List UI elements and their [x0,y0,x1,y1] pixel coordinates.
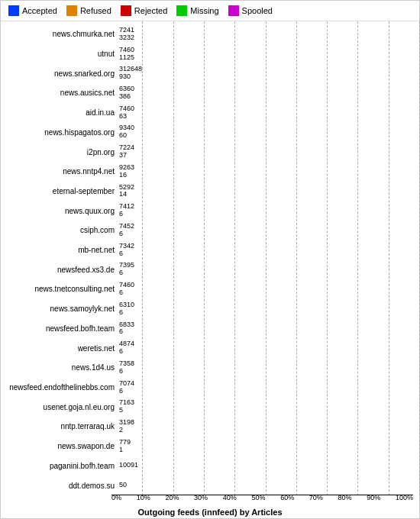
x-axis-label: 50% [251,494,265,506]
bar-area: 73426 [118,243,413,258]
row-label: paganini.bofh.team [7,462,118,470]
bar-numbers: 73586 [119,360,134,376]
chart-row: usenet.goja.nl.eu.org71635 [7,397,413,417]
row-label: news.tnetconsulting.net [7,285,118,293]
row-label: nntp.terraraq.uk [7,422,118,430]
x-axis-label: 90% [367,494,380,506]
bar-numbers: 74606 [119,282,134,297]
chart-row: nntp.terraraq.uk31982 [7,417,413,437]
row-label: newsfeed.endofthelinebbs.com [7,383,118,392]
bar-area: 50 [118,482,413,489]
rejected-label: Rejected [134,6,167,15]
bar-numbers: 50 [119,482,127,489]
bar-numbers: 926316 [119,164,134,179]
chart-row: news.nntp4.net926316 [7,162,413,182]
bar-numbers: 74126 [119,203,134,218]
row-label: eternal-september [7,187,118,195]
bar-wrapper: 722437 [118,144,413,160]
bar-wrapper: 48746 [118,340,413,356]
bar-wrapper: 72413232 [118,27,413,42]
chart-row: news.tnetconsulting.net74606 [7,279,413,299]
bar-numbers: 7791 [119,439,131,454]
x-axis: 0%10%20%30%40%50%60%70%80%90%100% [111,494,413,506]
bar-wrapper: 74601125 [118,47,413,62]
x-axis-label: 100% [396,494,413,506]
bar-wrapper: 746063 [118,105,413,121]
chart-row: i2pn.org722437 [7,142,413,162]
bar-wrapper: 73586 [118,360,413,376]
bar-numbers: 722437 [119,144,134,160]
bar-numbers: 10091 [119,462,138,469]
chart-row: aid.in.ua746063 [7,103,413,123]
bar-area: 926316 [118,164,413,179]
row-label: i2pn.org [7,148,118,156]
refused-label: Refused [80,6,111,15]
x-axis-label: 40% [223,494,237,506]
row-label: weretis.net [7,344,118,353]
x-axis-label: 80% [338,494,352,506]
bar-numbers: 6360386 [119,85,134,101]
bar-area: 63106 [118,301,413,317]
row-label: news.1d4.us [7,363,118,372]
bar-area: 74526 [118,223,413,238]
bar-wrapper: 74126 [118,203,413,218]
bar-area: 73956 [118,262,413,277]
spooled-color-swatch [228,5,239,16]
bar-area: 71635 [118,399,413,414]
bar-wrapper: 74606 [118,282,413,297]
bar-wrapper: 73956 [118,262,413,277]
x-axis-label: 20% [165,494,179,506]
chart-row: paganini.bofh.team10091 [7,456,413,475]
bar-area: 7791 [118,439,413,454]
bar-wrapper: 50 [118,482,413,489]
chart-row: weretis.net48746 [7,338,413,358]
row-label: usenet.goja.nl.eu.org [7,403,118,411]
chart-row: newsfeed.endofthelinebbs.com70746 [7,378,413,398]
bar-area: 74606 [118,282,413,297]
chart-area: news.chmurka.net72413232utnut74601125new… [1,21,419,518]
refused-color-swatch [66,5,77,16]
bar-area: 73586 [118,360,413,376]
legend-refused: Refused [66,5,111,16]
row-label: news.nntp4.net [7,167,118,176]
bar-area: 70746 [118,380,413,395]
chart-row: news.1d4.us73586 [7,358,413,378]
accepted-color-swatch [8,5,19,16]
row-label: news.chmurka.net [7,30,118,38]
bar-numbers: 312648930 [119,66,142,81]
row-label: news.swapon.de [7,442,118,450]
bar-wrapper: 71635 [118,399,413,414]
chart-row: eternal-september529214 [7,182,413,201]
bar-numbers: 31982 [119,419,134,434]
row-label: aid.in.ua [7,108,118,117]
bar-area: 6360386 [118,85,413,101]
chart-row: news.chmurka.net72413232 [7,24,413,44]
chart-row: news.snarked.org312648930 [7,63,413,83]
bar-wrapper: 529214 [118,184,413,199]
bar-wrapper: 68336 [118,321,413,337]
bar-wrapper: 7791 [118,439,413,454]
chart-row: news.quux.org74126 [7,201,413,221]
bar-numbers: 73956 [119,262,134,277]
legend-rejected: Rejected [121,5,167,16]
row-label: news.snarked.org [7,69,118,78]
chart-row: utnut74601125 [7,44,413,64]
bar-area: 31982 [118,419,413,434]
chart-row: newsfeed.xs3.de73956 [7,260,413,279]
row-label: news.hispagatos.org [7,128,118,137]
x-axis-label: 10% [137,494,150,506]
chart-row: mb-net.net73426 [7,240,413,260]
rejected-color-swatch [121,5,131,16]
bar-numbers: 70746 [119,380,134,395]
bar-numbers: 73426 [119,243,134,258]
bar-wrapper: 31982 [118,419,413,434]
bar-area: 74126 [118,203,413,218]
chart-row: csiph.com74526 [7,221,413,240]
bar-area: 68336 [118,321,413,337]
bar-area: 934060 [118,124,413,140]
row-label: utnut [7,50,118,58]
x-axis-label: 30% [194,494,208,506]
bar-wrapper: 934060 [118,124,413,140]
chart-row: news.swapon.de7791 [7,437,413,456]
bar-wrapper: 73426 [118,243,413,258]
